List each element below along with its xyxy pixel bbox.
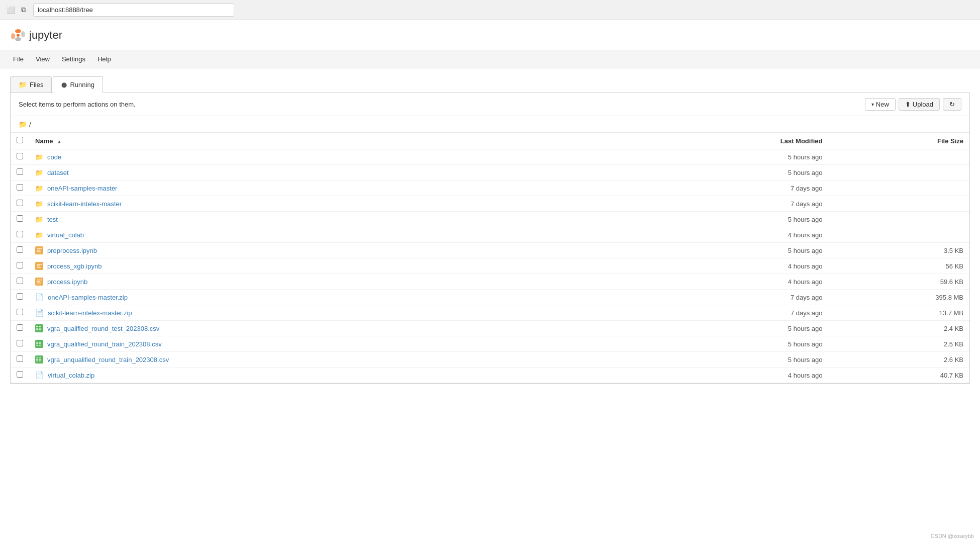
col-header-size[interactable]: File Size (829, 133, 969, 149)
tab-files[interactable]: 📁 Files (10, 76, 52, 93)
row-name-cell: vgra_qualified_round_test_202308.csv (29, 321, 688, 336)
row-checkbox[interactable] (17, 168, 23, 175)
row-checkbox[interactable] (17, 309, 23, 315)
row-checkbox-cell (11, 305, 29, 321)
folder-icon: 📁 (35, 169, 43, 176)
row-checkbox[interactable] (17, 262, 23, 268)
menu-view[interactable]: View (31, 53, 55, 65)
row-checkbox[interactable] (17, 324, 23, 331)
row-size-cell (829, 212, 969, 227)
row-checkbox-cell (11, 290, 29, 305)
row-name-cell: process_xgb.ipynb (29, 258, 688, 274)
table-row: preprocess.ipynb5 hours ago3.5 KB (11, 243, 969, 258)
file-name-link[interactable]: process.ipynb (47, 278, 87, 286)
breadcrumb-path: / (29, 121, 31, 128)
col-header-modified[interactable]: Last Modified (688, 133, 829, 149)
select-all-checkbox[interactable] (17, 137, 23, 143)
row-modified-cell: 7 days ago (688, 290, 829, 305)
svg-rect-36 (36, 360, 38, 361)
row-size-cell (829, 196, 969, 212)
csv-icon (35, 340, 43, 348)
menu-file[interactable]: File (8, 53, 29, 65)
row-checkbox[interactable] (17, 246, 23, 253)
url-bar[interactable]: localhost:8888/tree (33, 4, 234, 17)
row-checkbox-cell (11, 243, 29, 258)
file-name-link[interactable]: vgra_unqualified_round_train_202308.csv (47, 356, 169, 364)
row-name-cell: 📄oneAPI-samples-master.zip (29, 290, 688, 305)
menu-settings[interactable]: Settings (57, 53, 90, 65)
new-label: New (876, 101, 889, 108)
upload-icon: ⬆ (905, 101, 911, 108)
row-checkbox[interactable] (17, 371, 23, 378)
row-checkbox[interactable] (17, 231, 23, 237)
running-tab-icon: ⬤ (61, 82, 67, 87)
row-size-cell: 2.4 KB (829, 321, 969, 336)
svg-rect-12 (37, 267, 41, 268)
select-all-header[interactable] (11, 133, 29, 149)
svg-rect-18 (36, 326, 38, 327)
file-name-link[interactable]: process_xgb.ipynb (47, 262, 102, 270)
file-name-link[interactable]: oneAPI-samples-master (47, 185, 117, 192)
menu-help[interactable]: Help (92, 53, 116, 65)
upload-button[interactable]: ⬆ Upload (899, 98, 940, 111)
row-checkbox[interactable] (17, 200, 23, 206)
file-name-link[interactable]: scikit-learn-intelex-master (47, 200, 122, 208)
file-name-link[interactable]: code (47, 153, 61, 161)
col-size-label: File Size (937, 137, 963, 145)
col-header-name[interactable]: Name ▲ (29, 133, 688, 149)
browser-bar: ⬜ ⧉ localhost:8888/tree (0, 0, 980, 20)
table-row: 📁oneAPI-samples-master7 days ago (11, 180, 969, 196)
file-name-link[interactable]: virtual_colab.zip (48, 372, 94, 379)
tab-running-label: Running (70, 81, 94, 88)
upload-label: Upload (913, 101, 933, 108)
url-text: localhost:8888/tree (38, 6, 93, 14)
svg-rect-15 (37, 281, 40, 282)
file-name-link[interactable]: test (47, 216, 58, 223)
breadcrumb-folder-icon: 📁 (19, 120, 27, 128)
file-name-link[interactable]: vgra_qualified_round_test_202308.csv (47, 325, 159, 332)
file-name-link[interactable]: oneAPI-samples-master.zip (48, 294, 128, 301)
row-modified-cell: 7 days ago (688, 180, 829, 196)
file-name-link[interactable]: virtual_colab (47, 231, 84, 239)
row-name-cell: process.ipynb (29, 274, 688, 290)
svg-rect-26 (39, 342, 41, 343)
folder-tab-icon: 📁 (19, 81, 27, 88)
jupyter-logo-svg (10, 27, 26, 43)
table-row: process.ipynb4 hours ago59.6 KB (11, 274, 969, 290)
row-modified-cell: 5 hours ago (688, 243, 829, 258)
file-name-link[interactable]: vgra_qualified_round_train_202308.csv (47, 340, 162, 348)
row-checkbox[interactable] (17, 215, 23, 222)
row-modified-cell: 5 hours ago (688, 165, 829, 180)
tab-files-label: Files (30, 81, 43, 88)
action-bar: Select items to perform actions on them.… (11, 93, 969, 116)
file-name-link[interactable]: preprocess.ipynb (47, 247, 97, 254)
svg-rect-22 (36, 329, 38, 330)
svg-rect-23 (39, 329, 41, 330)
row-checkbox[interactable] (17, 340, 23, 346)
new-button[interactable]: ▾ New (865, 98, 896, 111)
row-modified-cell: 7 days ago (688, 305, 829, 321)
row-checkbox[interactable] (17, 355, 23, 362)
svg-rect-32 (36, 357, 38, 358)
row-modified-cell: 4 hours ago (688, 274, 829, 290)
svg-point-2 (11, 33, 15, 39)
tab-icon: ⧉ (19, 6, 28, 15)
tabs-container: 📁 Files ⬤ Running (10, 76, 970, 93)
file-name-link[interactable]: dataset (47, 169, 69, 176)
svg-rect-27 (36, 343, 38, 344)
row-checkbox[interactable] (17, 293, 23, 300)
row-checkbox[interactable] (17, 278, 23, 284)
refresh-button[interactable]: ↻ (943, 98, 961, 111)
notebook-icon (35, 278, 43, 286)
row-checkbox-cell (11, 274, 29, 290)
svg-point-4 (17, 34, 20, 37)
row-checkbox-cell (11, 258, 29, 274)
tab-running[interactable]: ⬤ Running (53, 76, 103, 93)
row-checkbox[interactable] (17, 184, 23, 191)
row-checkbox-cell (11, 196, 29, 212)
row-checkbox[interactable] (17, 153, 23, 159)
row-name-cell: 📁virtual_colab (29, 227, 688, 243)
row-checkbox-cell (11, 212, 29, 227)
file-name-link[interactable]: scikit-learn-intelex-master.zip (48, 309, 132, 317)
row-size-cell (829, 180, 969, 196)
